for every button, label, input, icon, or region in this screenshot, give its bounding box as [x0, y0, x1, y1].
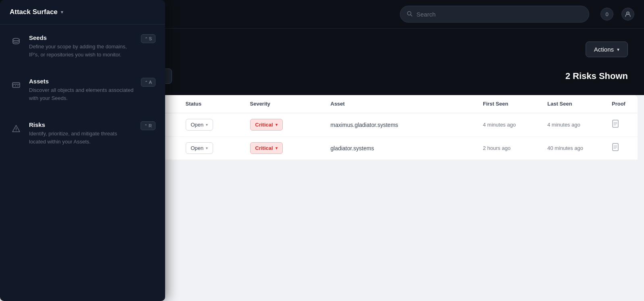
badge-count: 0 [605, 11, 608, 17]
row-2-status-button[interactable]: Open ▾ [186, 142, 213, 154]
row-1-severity-button[interactable]: Critical ▾ [250, 119, 283, 131]
attack-surface-dropdown: Attack Surface ▾ Seeds Define your scope… [0, 0, 165, 301]
row-2-status-chevron-icon: ▾ [206, 146, 208, 150]
actions-chevron-icon: ▾ [617, 47, 619, 52]
th-severity: Severity [244, 101, 324, 107]
risks-title: Risks [29, 121, 134, 128]
seeds-shortcut: ⌃ S [141, 34, 155, 43]
row-2-severity-button[interactable]: Critical ▾ [250, 142, 283, 154]
search-bar [400, 6, 589, 23]
th-asset: Asset [324, 101, 477, 107]
row-2-severity-chevron-icon: ▾ [275, 146, 277, 150]
risks-shortcut-key: R [149, 123, 152, 128]
risks-description: Identify, prioritize, and mitigate threa… [29, 130, 134, 145]
row-1-severity-cell: Critical ▾ [244, 119, 324, 131]
row-1-severity-label: Critical [255, 122, 273, 128]
svg-point-7 [16, 131, 17, 131]
assets-description: Discover all objects and elements associ… [29, 86, 135, 102]
dropdown-chevron-icon: ▾ [61, 9, 63, 15]
row-1-status-cell: Open ▾ [179, 119, 244, 131]
row-1-proof-cell [605, 120, 638, 130]
app-container: Attack Surface ▾ 0 Gladiato [0, 0, 644, 301]
assets-title: Assets [29, 78, 135, 85]
svg-point-5 [13, 38, 19, 41]
dropdown-item-seeds[interactable]: Seeds Define your scope by adding the do… [0, 25, 165, 68]
seeds-title: Seeds [29, 34, 135, 41]
assets-shortcut: ⌃ A [141, 78, 155, 87]
th-status: Status [179, 101, 244, 107]
search-input[interactable] [416, 11, 582, 18]
dropdown-title: Attack Surface [10, 8, 58, 16]
row-2-status-cell: Open ▾ [179, 142, 244, 154]
th-first-seen: First Seen [476, 101, 541, 107]
dropdown-title-button[interactable]: Attack Surface ▾ [10, 8, 63, 16]
row-1-proof-icon[interactable] [612, 121, 619, 129]
row-1-asset: maximus.gladiator.systems [324, 122, 477, 128]
row-2-proof-icon[interactable] [612, 145, 619, 153]
seeds-shortcut-key: S [149, 36, 152, 41]
row-1-status-button[interactable]: Open ▾ [186, 119, 213, 131]
assets-icon [10, 79, 23, 91]
row-2-proof-cell [605, 143, 638, 153]
risks-count: 2 Risks Shown [565, 71, 628, 81]
dropdown-item-risks[interactable]: Risks Identify, prioritize, and mitigate… [0, 112, 165, 155]
risks-content: Risks Identify, prioritize, and mitigate… [29, 121, 134, 145]
assets-shortcut-key: A [149, 80, 152, 85]
notification-badge[interactable]: 0 [601, 8, 613, 21]
actions-label: Actions [594, 46, 614, 53]
row-2-severity-cell: Critical ▾ [244, 142, 324, 154]
row-1-first-seen: 4 minutes ago [476, 122, 541, 128]
risks-icon [10, 122, 23, 135]
dropdown-header: Attack Surface ▾ [0, 0, 165, 24]
th-last-seen: Last Seen [541, 101, 605, 107]
dropdown-item-assets[interactable]: Assets Discover all objects and elements… [0, 68, 165, 112]
row-1-severity-chevron-icon: ▾ [275, 122, 277, 127]
row-2-last-seen: 40 minutes ago [541, 145, 605, 151]
row-1-status-label: Open [191, 122, 204, 128]
seeds-content: Seeds Define your scope by adding the do… [29, 34, 135, 58]
th-proof: Proof [605, 101, 638, 107]
row-2-first-seen: 2 hours ago [476, 145, 541, 151]
row-2-severity-label: Critical [255, 145, 273, 151]
row-1-status-chevron-icon: ▾ [206, 122, 208, 127]
actions-button[interactable]: Actions ▾ [586, 42, 628, 57]
seeds-icon [10, 35, 23, 48]
row-2-asset: gladiator.systems [324, 145, 477, 152]
assets-content: Assets Discover all objects and elements… [29, 78, 135, 102]
row-1-last-seen: 4 minutes ago [541, 122, 605, 128]
svg-rect-6 [12, 83, 20, 87]
risks-shortcut: ⌃ R [141, 121, 155, 130]
search-icon [407, 11, 412, 18]
seeds-description: Define your scope by adding the domains,… [29, 43, 135, 58]
user-avatar[interactable] [621, 8, 634, 21]
row-2-status-label: Open [191, 145, 204, 151]
